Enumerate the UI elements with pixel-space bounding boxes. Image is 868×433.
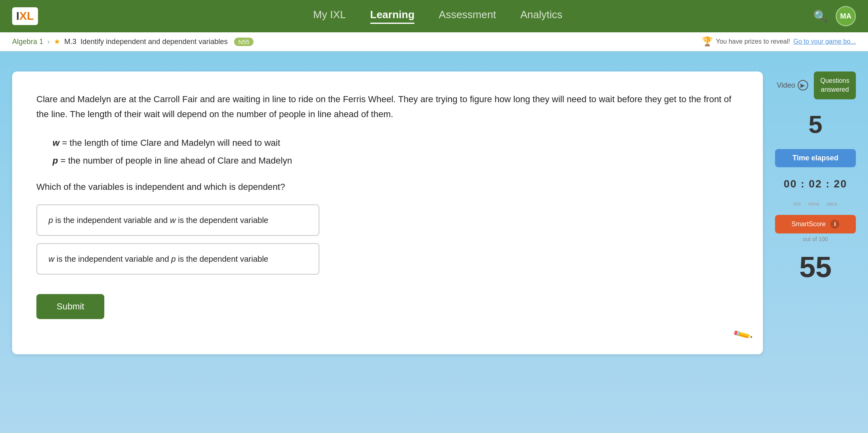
skill-code: M.3 bbox=[64, 38, 76, 46]
timer-label-s: secs bbox=[826, 201, 837, 207]
navbar: I XL My IXL Learning Assessment Analytic… bbox=[0, 0, 868, 32]
prizes-notice: 🏆 You have prizes to reveal! Go to your … bbox=[702, 36, 856, 47]
timer-minutes: 02 bbox=[809, 178, 822, 190]
answer-option-a[interactable]: p is the independent variable and w is t… bbox=[36, 204, 319, 236]
skill-name: Identify independent and dependent varia… bbox=[80, 38, 228, 46]
video-button[interactable]: Video ▶ bbox=[777, 80, 808, 90]
var1-def: = the length of time Clare and Madelyn w… bbox=[62, 134, 280, 152]
timer-label-m: mins bbox=[808, 201, 819, 207]
nav-right: 🔍 MA bbox=[813, 6, 856, 26]
smartscore-label: SmartScore bbox=[792, 221, 826, 228]
smartscore-box: SmartScore ℹ bbox=[775, 215, 856, 233]
smartscore-out-of: out of 100 bbox=[775, 236, 856, 242]
main-area: Clare and Madelyn are at the Carroll Fai… bbox=[0, 59, 868, 366]
option-b-var1: w bbox=[49, 254, 54, 263]
time-elapsed-label: Time elapsed bbox=[792, 154, 838, 162]
search-icon[interactable]: 🔍 bbox=[813, 10, 828, 23]
content-wrapper: Clare and Madelyn are at the Carroll Fai… bbox=[0, 51, 868, 433]
skill-level: N55 bbox=[234, 38, 253, 46]
star-icon: ★ bbox=[54, 37, 60, 46]
timer-hours: 00 bbox=[784, 178, 797, 190]
time-elapsed-box: Time elapsed bbox=[775, 149, 856, 167]
trophy-icon: 🏆 bbox=[702, 36, 713, 47]
var1-line: w = the length of time Clare and Madelyn… bbox=[53, 134, 739, 152]
logo-xl: XL bbox=[19, 10, 34, 23]
prizes-text: You have prizes to reveal! bbox=[716, 38, 790, 45]
breadcrumb-subject[interactable]: Algebra 1 bbox=[12, 38, 43, 46]
option-a-mid: is the independent variable and bbox=[53, 216, 170, 225]
play-icon: ▶ bbox=[798, 80, 808, 90]
sidebar: Video ▶ Questionsanswered 5 Time elapsed… bbox=[775, 71, 856, 284]
nav-learning[interactable]: Learning bbox=[370, 8, 415, 24]
breadcrumb-sep: › bbox=[47, 38, 50, 46]
logo-i: I bbox=[16, 10, 19, 23]
video-label: Video bbox=[777, 81, 795, 90]
nav-myixl[interactable]: My IXL bbox=[313, 8, 346, 24]
submit-button[interactable]: Submit bbox=[36, 294, 104, 319]
var1-letter: w bbox=[53, 134, 59, 152]
breadcrumb: Algebra 1 › ★ M.3 Identify independent a… bbox=[0, 32, 868, 51]
nav-links: My IXL Learning Assessment Analytics bbox=[62, 8, 813, 24]
timer-seconds: 20 bbox=[834, 178, 847, 190]
question-passage: Clare and Madelyn are at the Carroll Fai… bbox=[36, 92, 739, 122]
var2-line: p = the number of people in line ahead o… bbox=[53, 152, 739, 170]
nav-analytics[interactable]: Analytics bbox=[520, 8, 562, 24]
option-b-mid: is the independent variable and bbox=[54, 254, 171, 263]
timer-display: 00 : 02 : 20 bbox=[775, 178, 856, 190]
timer-sep1: : bbox=[801, 178, 809, 190]
option-a-var2: w bbox=[170, 216, 175, 225]
option-a-suffix: is the dependent variable bbox=[176, 216, 268, 225]
question-card: Clare and Madelyn are at the Carroll Fai… bbox=[12, 71, 763, 354]
variables-section: w = the length of time Clare and Madelyn… bbox=[53, 134, 739, 170]
timer-labels: hrs mins secs bbox=[775, 201, 856, 207]
option-b-var2: p bbox=[171, 254, 176, 263]
smartscore-value: 55 bbox=[775, 250, 856, 284]
var2-def: = the number of people in line ahead of … bbox=[60, 152, 292, 170]
smartscore-info-icon[interactable]: ℹ bbox=[830, 220, 839, 229]
timer-sep2: : bbox=[826, 178, 834, 190]
nav-assessment[interactable]: Assessment bbox=[439, 8, 496, 24]
avatar[interactable]: MA bbox=[836, 6, 856, 26]
logo[interactable]: I XL bbox=[12, 7, 38, 25]
option-a-var1: p bbox=[49, 216, 53, 225]
answer-option-b[interactable]: w is the independent variable and p is t… bbox=[36, 243, 319, 275]
questions-answered-label: Questionsanswered bbox=[820, 76, 849, 95]
option-b-suffix: is the dependent variable bbox=[176, 254, 268, 263]
questions-answered-value: 5 bbox=[775, 110, 856, 139]
question-prompt: Which of the variables is independent an… bbox=[36, 182, 739, 192]
var2-letter: p bbox=[53, 152, 58, 170]
pencil-icon[interactable]: ✏️ bbox=[732, 324, 754, 345]
prizes-link[interactable]: Go to your game bo... bbox=[793, 38, 856, 45]
sidebar-top: Video ▶ Questionsanswered bbox=[775, 71, 856, 99]
questions-answered-box: Questionsanswered bbox=[814, 71, 856, 99]
timer-label-h: hrs bbox=[794, 201, 801, 207]
